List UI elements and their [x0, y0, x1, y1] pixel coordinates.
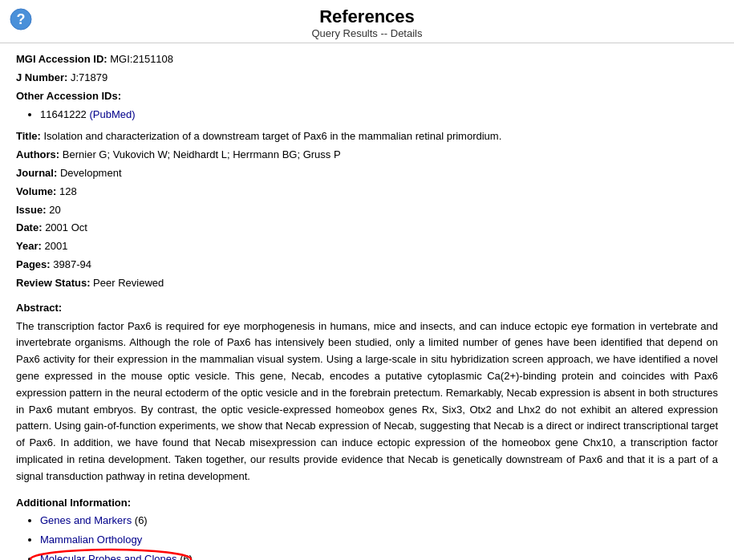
pages-value: 3987-94 [53, 258, 91, 270]
issue-row: Issue: 20 [16, 202, 718, 219]
list-item-molecular-probes: Molecular Probes and Clones (6) [40, 550, 718, 560]
volume-value: 128 [59, 185, 77, 197]
authors-label: Authors: [16, 148, 59, 160]
j-number-label: J Number: [16, 71, 67, 83]
review-status-row: Review Status: Peer Reviewed [16, 275, 718, 292]
page-subtitle: Query Results -- Details [0, 27, 734, 39]
volume-row: Volume: 128 [16, 184, 718, 201]
molecular-probes-link[interactable]: Molecular Probes and Clones [40, 553, 177, 560]
pubmed-link[interactable]: (PubMed) [89, 108, 135, 120]
other-accession-row: Other Accession IDs: [16, 88, 718, 105]
pubmed-item: 11641222 (PubMed) [40, 106, 718, 124]
j-number-value: J:71879 [71, 71, 107, 83]
pages-row: Pages: 3987-94 [16, 257, 718, 274]
help-icon[interactable]: ? [10, 8, 32, 30]
title-label: Title: [16, 130, 41, 142]
authors-row: Authors: Bernier G; Vukovich W; Neidhard… [16, 147, 718, 164]
genes-markers-link[interactable]: Genes and Markers [40, 514, 132, 526]
other-accession-list: 11641222 (PubMed) [40, 106, 718, 124]
genes-markers-count: (6) [135, 514, 148, 526]
svg-text:?: ? [17, 11, 26, 27]
date-value: 2001 Oct [45, 221, 87, 233]
pubmed-id: 11641222 [40, 108, 89, 120]
year-row: Year: 2001 [16, 238, 718, 255]
abstract-text: The transcription factor Pax6 is require… [16, 319, 718, 485]
page-header: ? References Query Results -- Details [0, 0, 734, 43]
abstract-label: Abstract: [16, 302, 718, 314]
volume-label: Volume: [16, 185, 56, 197]
j-number-row: J Number: J:71879 [16, 70, 718, 87]
list-item-genes-markers: Genes and Markers (6) [40, 512, 718, 530]
review-status-label: Review Status: [16, 277, 90, 289]
page-title: References [0, 6, 734, 27]
list-item-mammalian-orthology: Mammalian Orthology [40, 531, 718, 549]
issue-label: Issue: [16, 204, 47, 216]
year-value: 2001 [44, 240, 67, 252]
issue-value: 20 [49, 204, 60, 216]
authors-value: Bernier G; Vukovich W; Neidhardt L; Herr… [63, 148, 341, 160]
date-row: Date: 2001 Oct [16, 220, 718, 237]
mgi-accession-value: MGI:2151108 [110, 53, 173, 65]
mgi-accession-row: MGI Accession ID: MGI:2151108 [16, 51, 718, 68]
journal-value: Development [60, 167, 122, 179]
mammalian-orthology-link[interactable]: Mammalian Orthology [40, 534, 142, 546]
date-label: Date: [16, 221, 43, 233]
journal-label: Journal: [16, 167, 57, 179]
other-accession-label: Other Accession IDs: [16, 90, 121, 102]
molecular-probes-count: (6) [180, 553, 193, 560]
additional-info-label: Additional Information: [16, 497, 718, 509]
review-status-value: Peer Reviewed [93, 277, 164, 289]
main-content: MGI Accession ID: MGI:2151108 J Number: … [0, 43, 734, 560]
journal-row: Journal: Development [16, 165, 718, 182]
mgi-accession-label: MGI Accession ID: [16, 53, 107, 65]
title-value: Isolation and characterization of a down… [43, 130, 501, 142]
pages-label: Pages: [16, 258, 51, 270]
title-row: Title: Isolation and characterization of… [16, 128, 718, 145]
additional-links-list: Genes and Markers (6) Mammalian Ortholog… [40, 512, 718, 560]
year-label: Year: [16, 240, 42, 252]
